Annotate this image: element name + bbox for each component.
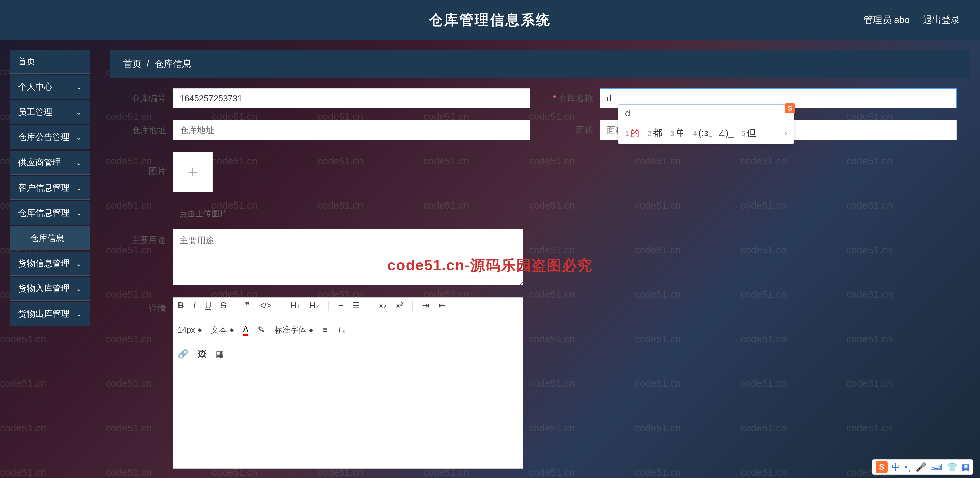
top-header: 仓库管理信息系统 管理员 abo 退出登录: [0, 0, 980, 40]
h1-icon[interactable]: H₁: [291, 300, 300, 311]
subscript-icon[interactable]: x₂: [379, 300, 387, 311]
chevron-down-icon: ⌄: [76, 184, 82, 192]
warehouse-id-label: 仓库编号: [123, 93, 173, 104]
sidebar: 首页 个人中心⌄ 员工管理⌄ 仓库公告管理⌄ 供应商管理⌄ 客户信息管理⌄ 仓库…: [10, 50, 90, 327]
bg-color-icon[interactable]: ✎: [258, 325, 265, 335]
sidebar-item-goods-in[interactable]: 货物入库管理⌄: [10, 277, 90, 301]
chevron-down-icon: ⌄: [76, 83, 82, 91]
sidebar-item-goods-info[interactable]: 货物信息管理⌄: [10, 252, 90, 276]
main-use-textarea[interactable]: [173, 229, 523, 286]
main-content: 首页 / 仓库信息 仓库编号 仓库名称 仓库地址 面积: [110, 50, 970, 475]
ime-candidate[interactable]: 4(:з」∠)_: [693, 127, 733, 140]
sidebar-item-staff[interactable]: 员工管理⌄: [10, 100, 90, 124]
sidebar-item-supplier[interactable]: 供应商管理⌄: [10, 151, 90, 175]
sidebar-item-notice[interactable]: 仓库公告管理⌄: [10, 125, 90, 149]
logout-link[interactable]: 退出登录: [923, 14, 960, 26]
breadcrumb-current: 仓库信息: [154, 59, 192, 69]
chevron-down-icon: ⌄: [76, 310, 82, 318]
code-icon[interactable]: </>: [259, 300, 272, 311]
warehouse-id-input[interactable]: [173, 88, 530, 108]
ime-mic-icon[interactable]: 🎤: [916, 462, 926, 472]
chevron-down-icon: ⌄: [76, 159, 82, 167]
font-color-icon[interactable]: A: [243, 324, 248, 336]
bold-icon[interactable]: B: [178, 300, 184, 311]
ime-keyboard-icon[interactable]: ⌨: [930, 462, 943, 472]
ime-popup: S d 1的 2都 3单 4(:з」∠)_ 5但 ›: [618, 104, 794, 145]
strikethrough-icon[interactable]: S: [221, 300, 226, 311]
ime-candidates: 1的 2都 3单 4(:з」∠)_ 5但 ›: [618, 122, 794, 144]
sogou-logo-icon[interactable]: S: [876, 461, 888, 473]
ime-emoji-icon[interactable]: 👕: [947, 462, 958, 472]
quote-icon[interactable]: ❞: [245, 300, 250, 311]
h2-icon[interactable]: H₂: [310, 300, 319, 311]
editor-toolbar: B I U S ❞ </> H₁ H₂ ≡ ☰ x₂: [173, 298, 523, 362]
ime-settings-icon[interactable]: ▦: [961, 462, 970, 472]
warehouse-name-label: 仓库名称: [550, 93, 600, 104]
ime-punct-icon[interactable]: •ͺ: [904, 462, 912, 472]
indent-icon[interactable]: ⇥: [422, 300, 429, 311]
rich-text-editor: B I U S ❞ </> H₁ H₂ ≡ ☰ x₂: [173, 297, 523, 469]
editor-body[interactable]: [173, 362, 523, 468]
sidebar-item-profile[interactable]: 个人中心⌄: [10, 75, 90, 99]
breadcrumb-home[interactable]: 首页: [123, 59, 142, 69]
ime-input-text: d: [618, 105, 794, 122]
sidebar-item-home[interactable]: 首页: [10, 50, 90, 74]
ime-more-icon[interactable]: ›: [784, 128, 787, 138]
image-icon[interactable]: 🖼: [198, 349, 206, 359]
ime-candidate[interactable]: 2都: [648, 127, 662, 140]
ime-toolbar: S 中 •ͺ 🎤 ⌨ 👕 ▦: [872, 459, 974, 475]
outdent-icon[interactable]: ⇤: [439, 300, 446, 311]
clear-format-icon[interactable]: Tₓ: [337, 325, 346, 335]
font-family-select[interactable]: 标准字体◆: [274, 325, 313, 335]
superscript-icon[interactable]: x²: [396, 300, 403, 311]
sidebar-item-goods-out[interactable]: 货物出库管理⌄: [10, 302, 90, 326]
chevron-down-icon: ⌄: [76, 260, 82, 268]
main-use-label: 主要用途: [123, 229, 173, 246]
ime-candidate[interactable]: 3单: [670, 127, 685, 140]
area-label: 面积: [550, 124, 600, 136]
video-icon[interactable]: ▦: [216, 349, 224, 359]
list-unordered-icon[interactable]: ☰: [352, 300, 360, 311]
align-icon[interactable]: ≡: [322, 325, 327, 335]
italic-icon[interactable]: I: [193, 300, 196, 311]
image-label: 图片: [123, 152, 173, 177]
plus-icon: +: [188, 162, 197, 181]
ime-candidate[interactable]: 5但: [741, 127, 756, 140]
text-type-select[interactable]: 文本◆: [211, 325, 234, 335]
chevron-down-icon: ⌄: [76, 209, 82, 217]
app-title: 仓库管理信息系统: [429, 11, 551, 29]
sidebar-item-warehouse-info[interactable]: 仓库信息: [10, 226, 90, 250]
chevron-down-icon: ⌄: [76, 133, 82, 141]
detail-label: 详情: [123, 297, 173, 314]
sidebar-item-customer[interactable]: 客户信息管理⌄: [10, 176, 90, 200]
ime-logo-icon: S: [785, 103, 795, 113]
font-size-select[interactable]: 14px◆: [178, 325, 202, 335]
chevron-down-icon: ⌄: [76, 108, 82, 116]
warehouse-addr-label: 仓库地址: [123, 124, 173, 136]
admin-label[interactable]: 管理员 abo: [864, 14, 910, 26]
image-upload-box[interactable]: +: [173, 152, 213, 192]
list-ordered-icon[interactable]: ≡: [338, 300, 343, 311]
breadcrumb: 首页 / 仓库信息: [110, 50, 970, 78]
warehouse-addr-input[interactable]: [173, 120, 530, 140]
sidebar-item-warehouse-info-mgmt[interactable]: 仓库信息管理⌄: [10, 201, 90, 225]
chevron-down-icon: ⌄: [76, 285, 82, 293]
ime-candidate[interactable]: 1的: [625, 127, 640, 140]
ime-cn-icon[interactable]: 中: [892, 461, 900, 473]
upload-hint: 点击上传图片: [180, 208, 957, 219]
underline-icon[interactable]: U: [205, 300, 211, 311]
link-icon[interactable]: 🔗: [178, 349, 188, 359]
